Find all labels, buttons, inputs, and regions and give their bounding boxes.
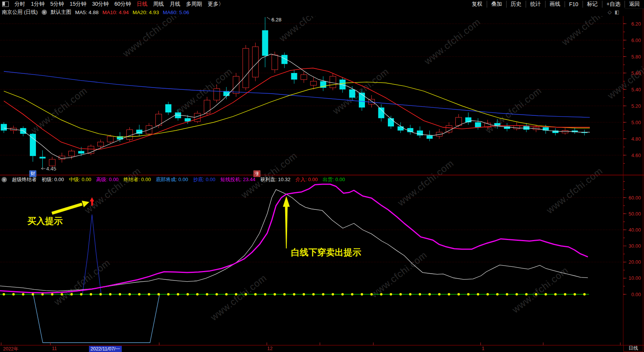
y-axis-label: 10.00 — [628, 275, 641, 281]
tool-button[interactable]: F10 — [565, 1, 583, 7]
zero-line-dot — [544, 293, 547, 295]
limit-up-badge[interactable]: 涨 — [253, 170, 260, 177]
tool-button[interactable]: 历史 — [506, 1, 526, 8]
zero-line-dot — [99, 293, 102, 295]
buy-signal-marker — [91, 201, 93, 206]
y-axis-label: 20.00 — [628, 259, 641, 265]
zero-line-dot — [515, 293, 518, 295]
period-tab[interactable]: 多周期 — [186, 1, 202, 8]
zero-line-dot — [167, 293, 169, 295]
candle-body — [388, 118, 394, 127]
bottom-dip-line — [33, 294, 160, 343]
zero-line-dot — [361, 293, 363, 295]
zero-line-dot — [409, 293, 412, 295]
candle-body — [107, 136, 113, 142]
tool-button[interactable]: +自选 — [602, 1, 625, 8]
y-axis-label: 4.80 — [631, 136, 641, 142]
zero-line-dot — [51, 293, 53, 295]
tool-button[interactable]: 标记 — [583, 1, 602, 8]
sell-arrow — [285, 207, 288, 248]
candle-body — [378, 107, 384, 118]
candle-body — [417, 131, 423, 136]
zero-line-dot — [196, 293, 199, 295]
ma-values: MA5: 4.88MA10: 4.94MA20: 4.93MA60: 5.06 — [75, 10, 189, 15]
collapse-indicator-icon[interactable] — [2, 177, 7, 182]
date-label: 2022年 — [3, 346, 18, 352]
window-layout-icon[interactable] — [2, 2, 9, 7]
zero-line-dot — [206, 293, 208, 295]
y-axis-label: 6.00 — [631, 37, 641, 43]
zero-line-dot — [486, 293, 489, 295]
indicator-value: 高级: 0.00 — [96, 176, 119, 183]
candle-body — [359, 93, 365, 108]
diamond-icon[interactable]: ◇ — [608, 9, 612, 15]
period-tab[interactable]: 分时 — [15, 1, 25, 8]
zero-line-dot — [477, 293, 479, 295]
indicator-value: 中级: 0.00 — [69, 176, 92, 183]
watermark: www.cfchi.com — [82, 165, 143, 216]
infobar-right-icons: ◇ ◧ — [608, 9, 619, 15]
watermark: www.cfchi.com — [368, 249, 429, 300]
chart-style-label[interactable]: 默认主图 — [51, 9, 71, 16]
candle-body — [291, 73, 297, 79]
candle-body — [204, 100, 210, 113]
split-pane-icon[interactable]: ◧ — [615, 9, 619, 15]
zero-line-dot — [370, 293, 373, 295]
zero-line-dot — [351, 293, 353, 295]
candle-body — [30, 134, 36, 156]
period-tab[interactable]: 日线 — [137, 1, 147, 8]
zero-line-dot — [254, 293, 257, 295]
zero-line-dot — [70, 293, 73, 295]
zero-line-dot — [448, 293, 450, 295]
ma10-line — [4, 68, 590, 149]
ma-value: MA60: 5.06 — [163, 10, 189, 15]
zero-line-dot — [264, 293, 266, 295]
candle-body — [301, 75, 307, 79]
candle-body — [310, 81, 316, 86]
candle-body — [78, 151, 84, 154]
zero-line-dot — [428, 293, 431, 295]
tool-button[interactable]: 返回 — [625, 1, 644, 8]
candle-body — [1, 124, 7, 130]
tool-button[interactable]: 叠加 — [487, 1, 506, 8]
zero-line-dot — [322, 293, 324, 295]
zero-line-dot — [535, 293, 537, 295]
period-tab[interactable]: 1分钟 — [31, 1, 45, 8]
zero-line-dot — [41, 293, 44, 295]
stock-app-window: www.cfchi.comwww.cfchi.comwww.cfchi.comw… — [0, 0, 644, 352]
high-callout-leader — [267, 17, 270, 19]
period-tab[interactable]: 15分钟 — [70, 1, 87, 8]
finance-report-badge[interactable]: 财 — [29, 170, 36, 177]
zero-line-dot — [3, 293, 5, 295]
y-axis-label: 5.60 — [631, 70, 641, 76]
indicator-value: 底部将成: 0.00 — [156, 176, 188, 183]
period-tab[interactable]: 更多〉 — [208, 1, 224, 8]
period-box-label[interactable]: 日线 — [623, 345, 643, 352]
candle-body — [475, 122, 481, 127]
candle-body — [397, 127, 404, 131]
indicator-value: 抄底: 0.00 — [193, 176, 216, 183]
zero-line-dot — [525, 293, 528, 295]
candle-body — [562, 131, 568, 133]
candle-body — [252, 47, 258, 77]
tool-button[interactable]: 复权 — [468, 1, 487, 8]
candle-body — [446, 126, 452, 132]
zero-line-dot — [12, 293, 15, 295]
zero-line-dot — [506, 293, 508, 295]
period-tab[interactable]: 5分钟 — [50, 1, 64, 8]
period-tab[interactable]: 周线 — [153, 1, 164, 8]
date-label: 2022/11/07/一 — [89, 346, 122, 352]
tool-button[interactable]: 画线 — [545, 1, 565, 8]
indicator-value: 终结者: 0.00 — [124, 176, 151, 183]
period-tab[interactable]: 60分钟 — [115, 1, 131, 8]
chevron-down-icon[interactable] — [42, 10, 47, 15]
tool-button[interactable]: 统计 — [526, 1, 545, 8]
zero-line-dot — [574, 293, 576, 295]
period-tab[interactable]: 30分钟 — [92, 1, 109, 8]
zero-line-dot — [187, 293, 189, 295]
y-axis-label: 5.40 — [631, 87, 641, 92]
indicator-value: 获利盘: 10.32 — [260, 176, 291, 183]
info-bar: 南京公用 (日线) 默认主图 MA5: 4.88MA10: 4.94MA20: … — [0, 8, 625, 16]
zero-line-dot — [138, 293, 140, 295]
period-tab[interactable]: 月线 — [169, 1, 180, 8]
